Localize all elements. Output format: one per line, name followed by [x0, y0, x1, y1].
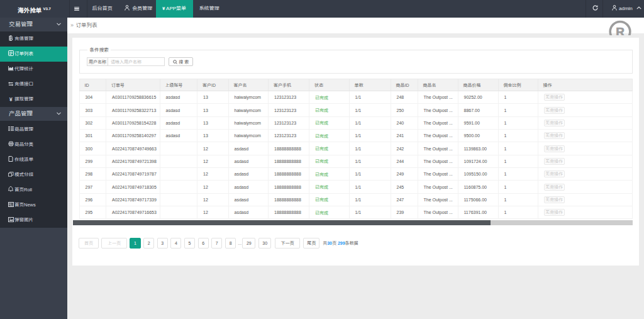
svg-text:R: R [616, 25, 625, 35]
